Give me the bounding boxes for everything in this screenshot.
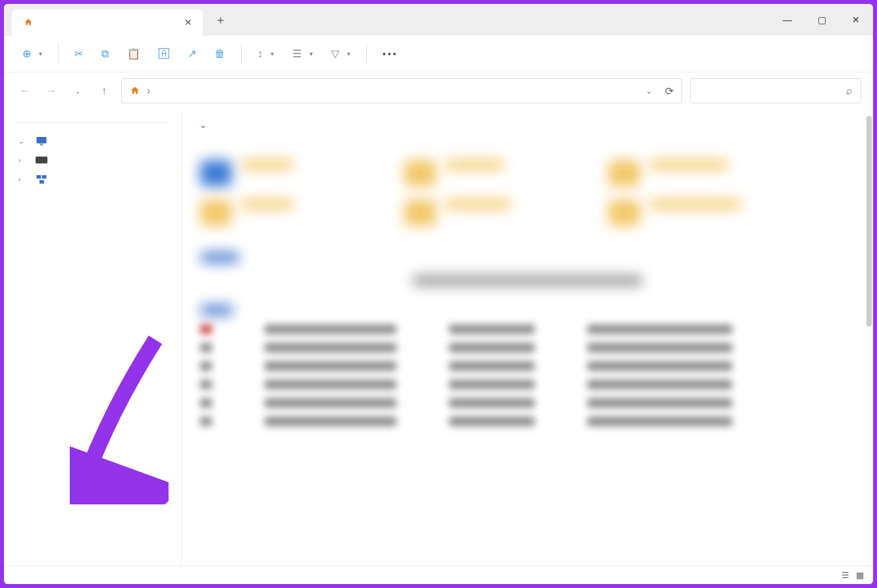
svg-rect-0 [37, 137, 47, 144]
scrollbar[interactable] [866, 116, 872, 327]
close-icon[interactable]: ✕ [184, 17, 192, 28]
thumbnails-view-icon[interactable]: ▦ [856, 570, 864, 580]
ellipsis-icon: ••• [383, 49, 398, 59]
chevron-down-icon: ▾ [309, 50, 313, 57]
home-icon [130, 86, 140, 96]
monitor-icon [36, 136, 47, 146]
filter-icon: ▽ [331, 47, 339, 60]
chevron-down-icon: ▾ [39, 50, 42, 57]
search-field[interactable]: ⌕ [690, 78, 861, 103]
chevron-down-icon: ▾ [271, 50, 274, 57]
new-button[interactable]: ⊕ ▾ [16, 43, 49, 64]
blurred-item [200, 200, 365, 226]
blurred-section [200, 252, 855, 285]
back-button[interactable]: ← [16, 82, 34, 100]
paste-button[interactable]: 📋 [120, 43, 147, 64]
sidebar-item-network[interactable]: › [4, 169, 181, 189]
chevron-down-icon: ▾ [347, 50, 350, 57]
sidebar: ⌄ › › [4, 109, 182, 566]
address-field[interactable]: › ⌄ ⟳ [121, 78, 682, 103]
search-icon: ⌕ [846, 85, 853, 97]
content-area: ⌄ [182, 109, 873, 566]
view-icon: ☰ [292, 47, 302, 60]
svg-rect-3 [37, 175, 41, 178]
forward-button[interactable]: → [42, 82, 61, 100]
sort-button[interactable]: ↕ ▾ [251, 44, 280, 64]
chevron-right-icon: › [18, 157, 20, 164]
blurred-item [404, 200, 569, 226]
chevron-down-icon: ⌄ [200, 121, 206, 130]
up-button[interactable]: ↑ [95, 82, 113, 100]
view-button[interactable]: ☰ ▾ [286, 43, 319, 64]
svg-rect-2 [36, 157, 47, 164]
sidebar-item-this-pc[interactable]: ⌄ [4, 131, 181, 151]
more-button[interactable]: ••• [376, 45, 405, 63]
blurred-item [608, 200, 773, 226]
svg-rect-1 [40, 144, 43, 146]
close-button[interactable]: ✕ [839, 4, 873, 36]
share-icon: ↗ [188, 47, 196, 60]
chevron-right-icon: › [147, 85, 150, 97]
rename-button[interactable]: 🄰 [152, 44, 176, 64]
svg-rect-4 [42, 175, 47, 178]
details-view-icon[interactable]: ☰ [841, 570, 849, 580]
address-bar: ← → ⌄ ↑ › ⌄ ⟳ ⌕ [4, 72, 873, 109]
paste-icon: 📋 [127, 47, 140, 60]
scissors-icon: ✂ [74, 47, 83, 60]
drive-icon [36, 156, 47, 164]
arrow-annotation [70, 333, 169, 504]
copy-button[interactable]: ⧉ [95, 44, 115, 64]
maximize-button[interactable]: ▢ [805, 4, 839, 36]
home-icon [22, 18, 34, 27]
recent-button[interactable]: ⌄ [68, 82, 87, 100]
new-tab-button[interactable]: ＋ [215, 12, 226, 28]
blurred-item [200, 160, 365, 186]
quick-access-header[interactable]: ⌄ [200, 121, 855, 130]
toolbar: ⊕ ▾ ✂ ⧉ 📋 🄰 ↗ 🗑 ↕ ▾ ☰ ▾ ▽ ▾ ••• [4, 36, 873, 72]
minimize-button[interactable]: — [770, 4, 805, 36]
rename-icon: 🄰 [159, 48, 169, 60]
chevron-down-icon[interactable]: ⌄ [646, 87, 652, 95]
plus-icon: ⊕ [22, 47, 31, 60]
sidebar-item-passport[interactable]: › [4, 151, 181, 169]
tab-home[interactable]: ✕ [12, 9, 203, 36]
network-icon [36, 174, 47, 184]
copy-icon: ⧉ [101, 48, 109, 60]
refresh-icon[interactable]: ⟳ [665, 85, 674, 97]
filter-button[interactable]: ▽ ▾ [325, 43, 357, 64]
window-controls: — ▢ ✕ [770, 4, 873, 36]
share-button[interactable]: ↗ [181, 43, 203, 64]
sort-icon: ↕ [257, 48, 263, 60]
statusbar: ☰ ▦ [4, 566, 873, 584]
chevron-right-icon: › [18, 176, 20, 183]
blurred-section [200, 305, 855, 426]
blurred-item [404, 160, 569, 186]
titlebar: ✕ ＋ — ▢ ✕ [4, 4, 873, 36]
svg-rect-5 [40, 180, 44, 184]
blurred-item [608, 160, 773, 186]
search-input[interactable] [699, 86, 846, 96]
delete-button[interactable]: 🗑 [208, 44, 232, 64]
cut-button[interactable]: ✂ [68, 43, 90, 64]
chevron-down-icon: ⌄ [18, 138, 24, 145]
trash-icon: 🗑 [215, 48, 225, 60]
